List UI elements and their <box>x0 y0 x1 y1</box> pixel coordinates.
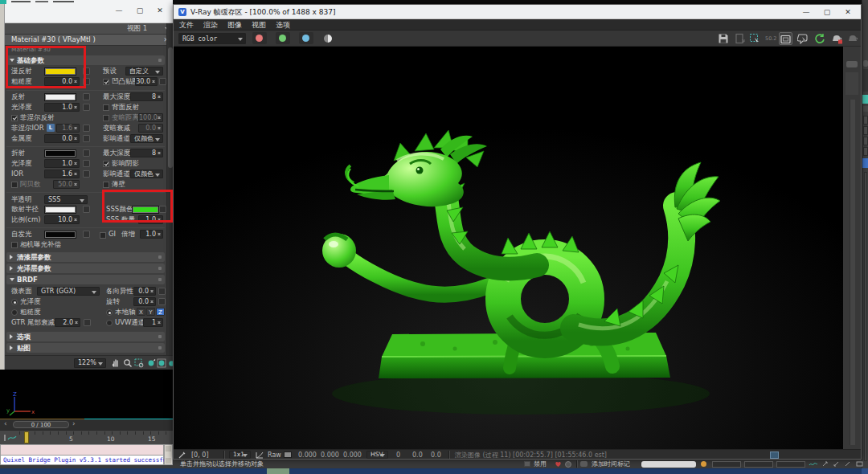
sliver-scroll-track[interactable] <box>864 172 867 461</box>
spinner-icon[interactable] <box>150 288 154 294</box>
spinner-icon[interactable] <box>74 171 78 177</box>
multiplier-field[interactable]: 1.0 <box>140 230 163 239</box>
sliver-teal-button[interactable] <box>862 95 868 104</box>
track-bar[interactable]: 5 10 15 <box>0 430 173 444</box>
zoom-region-icon[interactable] <box>134 358 144 368</box>
zoom-icon[interactable] <box>123 358 133 368</box>
spinner-icon[interactable] <box>158 115 162 121</box>
rollout-maps[interactable]: 贴图 <box>6 343 165 353</box>
zoom-extents-icon[interactable] <box>146 358 156 368</box>
close-button[interactable]: ✕ <box>153 5 167 16</box>
uvw-channel-field[interactable]: 1 <box>143 318 163 327</box>
axis-x-button[interactable]: X <box>137 308 145 316</box>
spinner-icon[interactable] <box>75 320 79 325</box>
taskbar-active-app[interactable] <box>267 468 289 474</box>
minimize-button[interactable]: — <box>112 5 126 16</box>
bump-checkbox[interactable] <box>103 79 109 85</box>
rollout-sheen-params[interactable]: 光泽层参数 <box>6 264 165 273</box>
gi-checkbox[interactable] <box>100 232 106 239</box>
microfacet-dropdown[interactable]: GTR (GGX) <box>37 287 100 296</box>
speech-bubble-icon[interactable] <box>580 461 588 467</box>
dim-distance-checkbox[interactable] <box>103 115 109 121</box>
material-header[interactable]: Material #30 ( VRayMtl ) ✕ <box>5 35 173 46</box>
refract-map-button[interactable] <box>83 149 90 157</box>
vfb-titlebar[interactable]: V V-Ray 帧缓存区 - [100.0% of 1488 x 837] — … <box>174 5 861 19</box>
maximize-button[interactable]: ▢ <box>133 5 147 16</box>
channel-dropdown[interactable]: RGB color <box>178 33 246 44</box>
gtr-falloff-field[interactable]: 2.0 <box>55 318 80 327</box>
status-grid-icon[interactable] <box>524 461 530 467</box>
windows-taskbar[interactable] <box>0 468 868 474</box>
reflect-color-swatch[interactable] <box>44 93 76 101</box>
metalness-field[interactable]: 0.0 <box>44 134 80 143</box>
rollout-options[interactable]: 选项 <box>6 332 165 341</box>
zoom-level-dropdown[interactable]: 122% <box>74 358 106 368</box>
coordinate-field-z[interactable] <box>776 461 805 468</box>
spinner-icon[interactable] <box>158 94 162 100</box>
taskbar-clock-area[interactable] <box>862 468 868 474</box>
menu-file[interactable]: 文件 <box>179 19 194 31</box>
listener-white-line[interactable]: Quixel Bridge Plugin v5.3.1 started succ… <box>0 455 164 465</box>
vfb-history-icon[interactable] <box>770 452 779 459</box>
coordinate-field-x[interactable] <box>712 461 741 468</box>
axis-z-button[interactable]: Z <box>156 308 165 316</box>
menu-options[interactable]: 选项 <box>276 19 290 31</box>
stats-badge[interactable]: 50.2 <box>765 35 776 42</box>
dim-falloff-field[interactable]: 0.0 <box>138 124 163 133</box>
bump-map-button[interactable] <box>159 78 166 85</box>
frame-marker[interactable] <box>24 431 29 443</box>
abbe-checkbox[interactable] <box>11 182 18 188</box>
self-illum-map-button[interactable] <box>83 231 90 238</box>
key-icon[interactable] <box>701 461 706 467</box>
vfb-minimize-button[interactable]: — <box>799 6 813 18</box>
sliver-gray-button[interactable] <box>863 116 868 125</box>
heart-icon[interactable] <box>555 461 562 468</box>
bump-field[interactable]: 30.0 <box>135 77 158 86</box>
brdf-glossiness-radio[interactable] <box>11 299 18 305</box>
translucency-dropdown[interactable]: SSS <box>44 195 88 204</box>
scatter-radius-map-button[interactable] <box>83 206 90 213</box>
affect-channels2-dropdown[interactable]: 仅颜色 <box>130 170 163 178</box>
spinner-icon[interactable] <box>150 299 154 304</box>
spinner-icon[interactable] <box>74 104 78 110</box>
refract-color-swatch[interactable] <box>44 149 76 157</box>
spinner-icon[interactable] <box>74 125 78 131</box>
pan-icon[interactable] <box>111 358 121 368</box>
spinner-icon[interactable] <box>158 231 162 237</box>
self-illum-swatch[interactable] <box>44 231 76 239</box>
axis-y-button[interactable]: Y <box>146 308 155 316</box>
render-last-icon[interactable] <box>831 33 842 44</box>
reflect-map-button[interactable] <box>83 93 90 100</box>
gtr-falloff-map-button[interactable] <box>84 319 91 326</box>
sliver-block[interactable] <box>863 69 868 92</box>
menu-view[interactable]: 视图 <box>252 19 266 31</box>
vfb-maximize-button[interactable]: ▢ <box>820 6 834 18</box>
hsv-dropdown[interactable]: HSV <box>366 451 388 459</box>
affect-channels-dropdown[interactable]: 仅颜色 <box>130 134 163 143</box>
sliver-gray-button[interactable] <box>863 147 868 156</box>
spinner-icon[interactable] <box>74 136 78 141</box>
ior-field[interactable]: 1.6 <box>44 170 80 178</box>
fresnel-ior-field[interactable]: 1.6 <box>56 124 80 133</box>
brdf-roughness-radio[interactable] <box>11 309 18 316</box>
spinner-icon[interactable] <box>152 79 156 84</box>
update-render-icon[interactable] <box>814 33 825 44</box>
fresnel-ior-map-button[interactable] <box>83 125 90 132</box>
sliver-gray-button[interactable] <box>863 126 868 135</box>
affect-shadows-checkbox[interactable] <box>103 161 109 167</box>
save-all-channels-icon[interactable] <box>735 33 746 44</box>
listener-scrollbar[interactable] <box>164 444 173 465</box>
spinner-icon[interactable] <box>158 125 162 131</box>
spinner-icon[interactable] <box>74 161 78 166</box>
reflect-gloss-map-button[interactable] <box>83 104 90 111</box>
listener-pink-line[interactable] <box>0 444 164 455</box>
preset-dropdown[interactable]: 自定义 <box>125 67 163 76</box>
reflect-gloss-field[interactable]: 1.0 <box>44 103 80 112</box>
frame-tool-button[interactable] <box>779 32 792 45</box>
zoom-extents-selected-icon[interactable] <box>157 358 166 368</box>
max-viewport[interactable]: Z x y <box>0 370 173 419</box>
coordinate-field-y[interactable] <box>744 461 773 468</box>
pixel-zoom-dropdown[interactable]: 1x1 <box>229 451 251 459</box>
rollout-brdf[interactable]: BRDF <box>6 275 165 284</box>
scatter-radius-swatch[interactable] <box>44 206 76 214</box>
